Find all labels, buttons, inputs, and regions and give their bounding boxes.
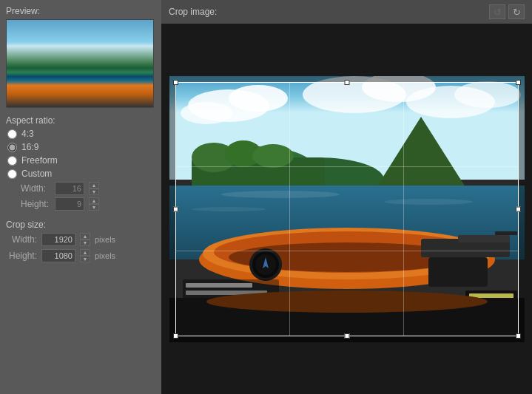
crop-image-wrapper [169,76,525,342]
svg-point-3 [181,102,232,124]
custom-width-input[interactable] [55,182,84,195]
svg-point-17 [252,144,294,168]
radio-custom[interactable] [7,169,17,179]
crop-height-unit: pixels [95,251,115,260]
custom-height-row: Height: ▲ ▼ [21,197,155,211]
game-screenshot-svg [169,76,525,342]
radio-freeform[interactable] [7,156,17,166]
svg-point-2 [229,85,288,112]
redo-button[interactable]: ↻ [508,4,525,19]
aspect-ratio-label: Aspect ratio: [6,115,155,126]
radio-4-3[interactable] [7,129,17,139]
custom-width-down[interactable]: ▼ [89,188,99,195]
crop-height-up[interactable]: ▲ [80,249,90,256]
preview-label: Preview: [6,6,155,16]
crop-canvas-area[interactable] [161,24,532,394]
crop-height-spinners: ▲ ▼ [80,249,90,262]
crop-width-input[interactable] [41,233,75,246]
custom-width-row: Width: ▲ ▼ [21,182,155,195]
radio-label-4-3: 4:3 [21,129,34,139]
crop-height-down[interactable]: ▼ [80,256,90,262]
svg-point-19 [221,191,340,198]
crop-height-input[interactable] [41,249,75,262]
svg-rect-38 [186,283,252,288]
svg-point-21 [192,207,266,211]
radio-item-custom[interactable]: Custom [7,169,155,179]
custom-width-label: Width: [21,183,50,194]
custom-height-input[interactable] [55,197,84,211]
right-panel: Crop image: ↺ ↻ [161,0,532,394]
radio-label-16-9: 16:9 [21,142,38,152]
crop-size-label: Crop size: [6,220,155,230]
crop-height-row: Height: ▲ ▼ pixels [6,249,155,262]
custom-height-label: Height: [21,199,50,209]
aspect-ratio-section: Aspect ratio: 4:3 16:9 Freeform [6,115,155,211]
radio-label-freeform: Freeform [21,155,58,166]
preview-box [6,19,154,108]
radio-item-4-3[interactable]: 4:3 [7,129,155,139]
crop-image-label: Crop image: [169,7,217,17]
custom-height-up[interactable]: ▲ [89,197,99,204]
svg-point-20 [384,199,473,205]
custom-width-up[interactable]: ▲ [89,182,99,188]
svg-rect-31 [458,235,510,242]
svg-rect-32 [495,231,517,235]
radio-label-custom: Custom [21,169,52,179]
preview-image [7,20,153,107]
crop-width-spinners: ▲ ▼ [80,233,90,246]
header-buttons: ↺ ↻ [489,4,525,19]
radio-item-freeform[interactable]: Freeform [7,155,155,166]
svg-point-7 [454,81,521,108]
crop-width-row: Width: ▲ ▼ pixels [6,233,155,246]
custom-height-spinners: ▲ ▼ [89,197,99,211]
crop-height-label: Height: [7,251,37,261]
custom-sub-section: Width: ▲ ▼ Height: ▲ ▼ [21,182,155,211]
crop-width-down[interactable]: ▼ [80,240,90,246]
svg-rect-33 [428,257,488,287]
left-panel: Preview: Aspect ratio: 4:3 16:9 [0,0,161,394]
custom-height-down[interactable]: ▼ [89,204,99,211]
preview-section: Preview: [6,6,155,108]
crop-width-up[interactable]: ▲ [80,233,90,240]
radio-item-16-9[interactable]: 16:9 [7,142,155,152]
svg-point-42 [206,291,488,313]
crop-width-unit: pixels [95,235,115,244]
aspect-ratio-group: 4:3 16:9 Freeform Custom [6,129,155,211]
radio-16-9[interactable] [7,143,17,152]
crop-header: Crop image: ↺ ↻ [161,0,532,24]
undo-button[interactable]: ↺ [489,4,505,19]
crop-size-section: Crop size: Width: ▲ ▼ pixels Height: ▲ ▼… [6,220,155,265]
custom-width-spinners: ▲ ▼ [89,182,99,195]
crop-width-label: Width: [7,234,37,245]
